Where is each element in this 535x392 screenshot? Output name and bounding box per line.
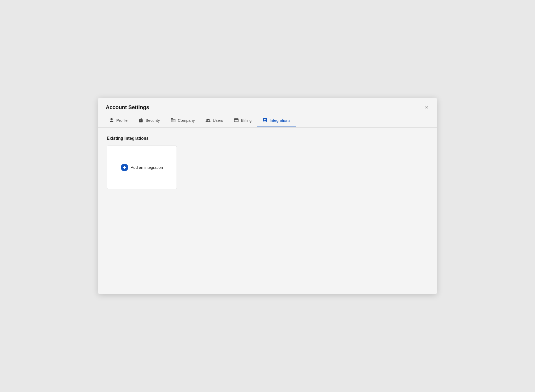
company-icon	[170, 118, 176, 123]
add-integration-inner: Add an integration	[121, 164, 163, 171]
tab-billing[interactable]: Billing	[228, 114, 257, 127]
tab-bar: Profile Security Company	[98, 114, 437, 128]
close-button[interactable]: ×	[424, 103, 429, 111]
integrations-icon	[262, 118, 268, 123]
tab-company-label: Company	[178, 118, 195, 123]
billing-icon	[234, 118, 239, 123]
tab-integrations[interactable]: Integrations	[257, 114, 296, 127]
add-integration-card[interactable]: Add an integration	[107, 146, 177, 189]
security-icon	[138, 118, 144, 123]
add-integration-label: Add an integration	[131, 165, 163, 170]
tab-users-label: Users	[213, 118, 223, 123]
account-settings-modal: Account Settings × Profile Security	[98, 98, 437, 294]
plus-circle-icon	[121, 164, 128, 171]
modal-title: Account Settings	[106, 104, 149, 110]
tab-security-label: Security	[146, 118, 160, 123]
modal-header: Account Settings ×	[98, 98, 437, 114]
tab-profile-label: Profile	[116, 118, 128, 123]
tab-billing-label: Billing	[241, 118, 252, 123]
users-icon	[205, 118, 211, 123]
section-title: Existing Integrations	[107, 136, 428, 141]
content-area: Existing Integrations Add an integration	[98, 128, 437, 294]
tab-company[interactable]: Company	[165, 114, 200, 127]
tab-users[interactable]: Users	[200, 114, 228, 127]
tab-security[interactable]: Security	[133, 114, 165, 127]
profile-icon	[109, 118, 114, 123]
tab-integrations-label: Integrations	[270, 118, 290, 123]
tab-profile[interactable]: Profile	[104, 114, 133, 127]
